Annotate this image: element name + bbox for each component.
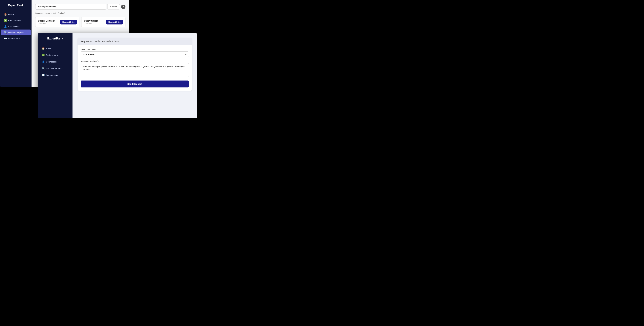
introductions-icon: ✉️	[4, 37, 6, 40]
results-grid: Charlie Johnson One LTD Request Intro Ca…	[35, 17, 126, 27]
search-input[interactable]	[35, 4, 106, 10]
search-button[interactable]: Search	[107, 4, 120, 10]
sidebar-item-discover-experts[interactable]: 🔍 Discover Experts	[1, 30, 30, 35]
sidebar-item-home-label: Home	[8, 13, 14, 16]
fg-connections-icon: 👤	[42, 60, 44, 63]
message-label: Message (optional):	[81, 60, 189, 62]
result-card-1: Casey Garcia One LTD Request Intro	[81, 17, 126, 27]
modal-header: Request Introduction to Charlie Johnson	[78, 38, 192, 45]
fg-sidebar-item-home[interactable]: 🏠 Home	[39, 45, 72, 52]
result-card-1-company: One LTD	[84, 23, 98, 25]
sidebar-item-connections-label: Connections	[8, 25, 20, 28]
fg-sidebar-home-label: Home	[46, 47, 52, 50]
fg-introductions-icon: ✉️	[42, 74, 44, 76]
fg-sidebar-item-endorsements[interactable]: ✅ Endorsements	[39, 52, 72, 58]
introducer-label: Select Introducer:	[81, 48, 189, 51]
discover-icon: 🔍	[4, 31, 6, 34]
result-card-1-info: Casey Garcia One LTD	[84, 20, 98, 25]
sidebar-item-introductions[interactable]: ✉️ Introductions	[1, 36, 30, 41]
request-intro-btn-1[interactable]: Request Intro	[106, 20, 123, 25]
search-bar-row: Search ?	[35, 4, 126, 10]
request-intro-btn-0[interactable]: Request Intro	[60, 20, 77, 25]
fg-sidebar-item-introductions[interactable]: ✉️ Introductions	[39, 72, 72, 78]
bg-sidebar-logo: ExpertRank	[0, 4, 32, 12]
result-card-1-name: Casey Garcia	[84, 20, 98, 22]
foreground-window: ExpertRank 🏠 Home ✅ Endorsements 👤 Conne…	[38, 33, 197, 118]
connections-icon: 👤	[4, 25, 6, 28]
sidebar-item-connections[interactable]: 👤 Connections	[1, 24, 30, 29]
fg-sidebar-introductions-label: Introductions	[46, 74, 58, 76]
fg-sidebar-item-discover[interactable]: 🔍 Discover Experts	[39, 65, 72, 72]
sidebar-item-endorsements[interactable]: ✅ Endorsements	[1, 18, 30, 23]
fg-sidebar-logo: ExpertRank	[38, 37, 72, 45]
introducer-field-group: Select Introducer: Sam Meekins	[81, 48, 189, 57]
home-icon: 🏠	[4, 13, 6, 16]
sidebar-item-introductions-label: Introductions	[8, 37, 20, 40]
fg-sidebar-item-connections[interactable]: 👤 Connections	[39, 59, 72, 65]
bg-sidebar-nav: 🏠 Home ✅ Endorsements 👤 Connections 🔍 Di…	[0, 12, 32, 41]
fg-sidebar: ExpertRank 🏠 Home ✅ Endorsements 👤 Conne…	[38, 33, 72, 118]
fg-sidebar-discover-label: Discover Experts	[46, 67, 62, 70]
fg-sidebar-endorsements-label: Endorsements	[46, 54, 59, 56]
results-label: Showing search results for "python":	[35, 12, 126, 14]
fg-discover-icon: 🔍	[42, 67, 44, 70]
fg-sidebar-connections-label: Connections	[46, 61, 57, 63]
sidebar-item-discover-label: Discover Experts	[8, 31, 24, 34]
modal-body: Select Introducer: Sam Meekins Message (…	[78, 45, 192, 91]
fg-sidebar-nav: 🏠 Home ✅ Endorsements 👤 Connections 🔍 Di…	[38, 45, 72, 78]
endorsements-icon: ✅	[4, 19, 6, 22]
modal-content: Request Introduction to Charlie Johnson …	[72, 33, 197, 118]
help-icon[interactable]: ?	[121, 5, 126, 9]
fg-endorsements-icon: ✅	[42, 54, 44, 56]
modal-card: Request Introduction to Charlie Johnson …	[78, 38, 192, 91]
fg-home-icon: 🏠	[42, 47, 44, 50]
message-textarea[interactable]: Hey Sam - can you please intro me to Cha…	[81, 63, 189, 77]
send-request-button[interactable]: Send Request	[81, 81, 189, 87]
result-card-0-info: Charlie Johnson One LTD	[38, 20, 55, 25]
result-card-0-name: Charlie Johnson	[38, 20, 55, 22]
introducer-select[interactable]: Sam Meekins	[81, 52, 189, 57]
sidebar-item-home[interactable]: 🏠 Home	[1, 12, 30, 17]
sidebar-item-endorsements-label: Endorsements	[8, 19, 22, 22]
result-card-0-company: One LTD	[38, 23, 55, 25]
message-field-group: Message (optional): Hey Sam - can you pl…	[81, 60, 189, 78]
bg-sidebar: ExpertRank 🏠 Home ✅ Endorsements 👤 Conne…	[0, 0, 32, 87]
result-card-0: Charlie Johnson One LTD Request Intro	[35, 17, 80, 27]
